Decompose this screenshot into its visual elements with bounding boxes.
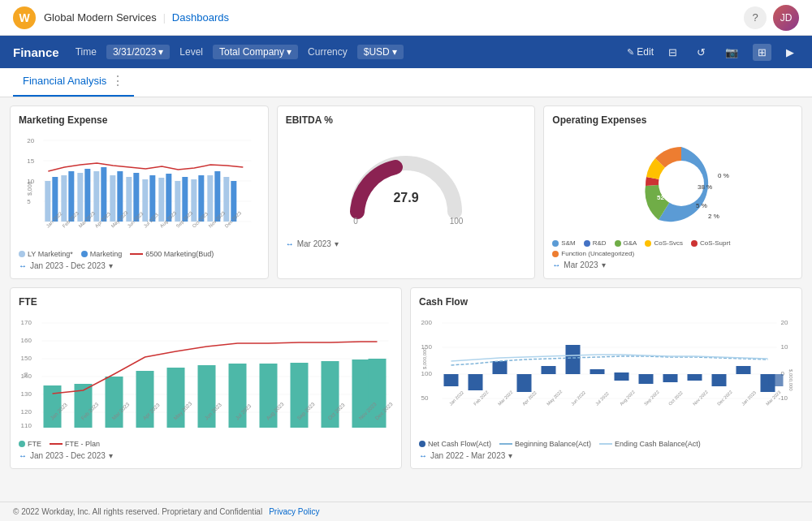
user-avatar[interactable]: JD [773, 5, 799, 31]
tab-bar: Financial Analysis ⋮ [0, 68, 812, 97]
level-label: Level [179, 46, 203, 58]
svg-text:20: 20 [27, 137, 34, 144]
marketing-footer[interactable]: ↔ Jan 2023 - Dec 2023 ▾ [19, 261, 260, 270]
grid-icon[interactable]: ⊞ [753, 44, 771, 61]
marketing-legend: LY Marketing* Marketing 6500 Marketing(B… [19, 250, 260, 258]
cash-flow-footer[interactable]: ↔ Jan 2022 - Mar 2023 ▾ [419, 451, 793, 460]
dashboards-link[interactable]: Dashboards [172, 11, 229, 24]
svg-text:Mar 2022: Mar 2022 [497, 390, 514, 407]
finance-title: Finance [13, 45, 59, 59]
operating-expenses-footer[interactable]: ↔ Mar 2023 ▾ [552, 260, 793, 269]
svg-rect-111 [542, 366, 556, 374]
svg-text:Dec 2022: Dec 2022 [716, 390, 733, 407]
svg-text:27.9: 27.9 [393, 191, 418, 205]
bottom-chart-row: FTE 170 160 150 140 130 120 110 % [10, 287, 802, 469]
svg-rect-116 [663, 374, 678, 382]
top-chart-row: Marketing Expense 20 15 10 5 $,000 [10, 105, 802, 279]
video-icon[interactable]: ▶ [781, 43, 799, 62]
svg-text:Oct 2022: Oct 2022 [667, 390, 684, 407]
svg-rect-110 [517, 374, 532, 392]
ebitda-footer[interactable]: ↔ Mar 2023 ▾ [286, 239, 527, 248]
svg-rect-112 [566, 345, 581, 374]
svg-text:15: 15 [27, 157, 34, 165]
svg-rect-113 [590, 369, 605, 374]
marketing-expense-chart: 20 15 10 5 $,000 [19, 131, 260, 244]
svg-text:200: 200 [421, 319, 433, 326]
svg-text:Feb 2022: Feb 2022 [473, 390, 490, 407]
camera-icon[interactable]: 📷 [720, 43, 743, 62]
workday-logo[interactable]: W [13, 6, 36, 29]
svg-text:100: 100 [450, 217, 464, 226]
svg-text:-10: -10 [779, 394, 788, 402]
currency-label: Currency [308, 46, 348, 58]
svg-rect-114 [615, 372, 629, 374]
svg-text:Aug 2022: Aug 2022 [619, 390, 636, 407]
tab-options-icon[interactable]: ⋮ [111, 73, 124, 88]
svg-text:%: % [23, 372, 28, 377]
svg-text:38 %: 38 % [698, 183, 712, 191]
cash-flow-chart: 200 150 100 50 20 10 0 -10 $,000,000 $,0… [419, 312, 793, 434]
time-value[interactable]: 3/31/2023 ▾ [106, 45, 170, 59]
ebitda-gauge-area: 27.9 0 100 [286, 131, 527, 236]
fte-title: FTE [19, 296, 393, 308]
page-footer: © 2022 Workday, Inc. All rights reserved… [0, 502, 812, 521]
svg-text:10: 10 [781, 343, 788, 351]
top-nav: W Global Modern Services | Dashboards ? … [0, 0, 812, 36]
operating-expenses-title: Operating Expenses [552, 114, 793, 126]
time-label: Time [76, 46, 97, 58]
svg-rect-119 [736, 366, 751, 374]
svg-text:160: 160 [21, 337, 32, 344]
fte-footer[interactable]: ↔ Jan 2023 - Dec 2023 ▾ [19, 451, 393, 460]
financial-analysis-tab[interactable]: Financial Analysis ⋮ [13, 67, 134, 97]
svg-text:$,000: $,000 [27, 181, 32, 196]
fte-card: FTE 170 160 150 140 130 120 110 % [10, 287, 402, 469]
svg-text:0 %: 0 % [718, 172, 729, 179]
svg-rect-122 [769, 374, 784, 386]
ebitda-gauge: 27.9 0 100 [341, 139, 471, 228]
operating-expenses-donut: 52 % 38 % 0 % 5 % 2 % [592, 131, 754, 236]
svg-text:May 2022: May 2022 [546, 389, 563, 406]
svg-text:150: 150 [21, 355, 32, 362]
svg-text:170: 170 [21, 319, 32, 326]
marketing-expense-title: Marketing Expense [19, 114, 260, 126]
svg-text:Jan 2023: Jan 2023 [741, 390, 757, 406]
company-name: Global Modern Services [44, 11, 157, 24]
currency-value[interactable]: $USD ▾ [357, 45, 404, 59]
svg-rect-18 [175, 181, 180, 222]
copyright-text: © 2022 Workday, Inc. All rights reserved… [13, 507, 262, 516]
operating-expenses-legend: S&M R&D G&A CoS-Svcs CoS-Suprt Function … [552, 239, 793, 257]
ebitda-title: EBITDA % [286, 114, 527, 126]
main-content: Marketing Expense 20 15 10 5 $,000 [0, 97, 812, 502]
refresh-icon[interactable]: ↺ [692, 43, 710, 62]
svg-text:$,000,000: $,000,000 [788, 369, 793, 391]
svg-rect-109 [493, 361, 508, 374]
svg-rect-108 [469, 374, 483, 390]
svg-text:Jan 2022: Jan 2022 [448, 390, 464, 406]
svg-text:Nov 2022: Nov 2022 [692, 390, 709, 407]
level-value[interactable]: Total Company ▾ [213, 45, 298, 59]
svg-text:Jun 2022: Jun 2022 [570, 390, 586, 406]
svg-rect-118 [712, 374, 727, 386]
svg-text:0: 0 [353, 217, 358, 226]
svg-text:Sep 2022: Sep 2022 [643, 390, 660, 407]
help-icon[interactable]: ? [744, 6, 767, 29]
privacy-policy-link[interactable]: Privacy Policy [269, 507, 319, 516]
marketing-expense-card: Marketing Expense 20 15 10 5 $,000 [10, 105, 269, 279]
fte-legend: FTE FTE - Plan [19, 440, 393, 448]
svg-rect-117 [688, 374, 702, 381]
svg-text:20: 20 [781, 319, 788, 326]
fte-chart: 170 160 150 140 130 120 110 % [19, 312, 393, 434]
svg-rect-17 [158, 178, 164, 222]
svg-text:Apr 2022: Apr 2022 [521, 390, 538, 407]
svg-text:130: 130 [21, 390, 32, 398]
filter-icon[interactable]: ⊟ [663, 43, 682, 62]
svg-text:50: 50 [421, 394, 429, 402]
svg-text:52 %: 52 % [657, 194, 672, 201]
svg-rect-115 [639, 374, 654, 384]
svg-text:120: 120 [21, 408, 32, 416]
finance-header: Finance Time 3/31/2023 ▾ Level Total Com… [0, 36, 812, 68]
svg-text:110: 110 [21, 422, 32, 429]
cash-flow-title: Cash Flow [419, 296, 793, 308]
edit-button[interactable]: ✎ Edit [627, 46, 654, 58]
svg-text:2 %: 2 % [708, 213, 719, 220]
